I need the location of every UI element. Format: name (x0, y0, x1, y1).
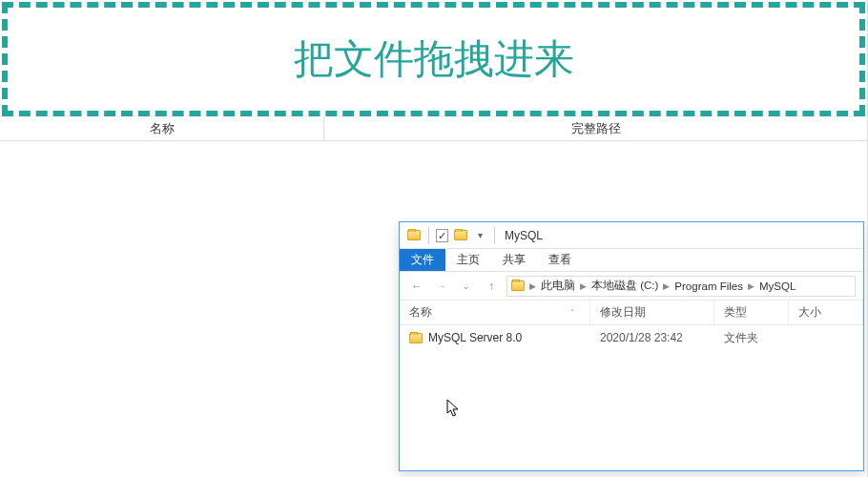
tab-share[interactable]: 共享 (491, 249, 537, 271)
chevron-right-icon[interactable]: ▶ (748, 281, 754, 291)
folder-icon (405, 227, 423, 244)
file-name: MySQL Server 8.0 (428, 331, 522, 344)
drop-zone-label: 把文件拖拽进来 (294, 32, 574, 86)
up-button[interactable]: ↑ (482, 277, 501, 296)
qat-dropdown-icon[interactable] (471, 227, 488, 244)
column-header-date[interactable]: 修改日期 (590, 301, 714, 324)
window-title: MySQL (505, 229, 543, 242)
tab-home[interactable]: 主页 (445, 249, 491, 271)
breadcrumb-item[interactable]: MySQL (759, 280, 796, 292)
breadcrumb-item[interactable]: Program Files (674, 280, 743, 292)
tab-view[interactable]: 查看 (537, 249, 583, 271)
divider (428, 227, 429, 244)
breadcrumb-root-icon[interactable] (511, 280, 525, 291)
chevron-right-icon[interactable]: ▶ (663, 281, 670, 291)
folder-icon (409, 333, 423, 343)
column-header-name[interactable]: 名称 (0, 116, 324, 141)
folder-qat-icon[interactable] (452, 227, 469, 244)
breadcrumb-item[interactable]: 本地磁盘 (C:) (591, 279, 658, 293)
file-type: 文件夹 (714, 330, 789, 346)
breadcrumb[interactable]: ▶ 此电脑 ▶ 本地磁盘 (C:) ▶ Program Files ▶ MySQ… (506, 276, 856, 297)
forward-button[interactable]: → (432, 277, 451, 296)
column-header-path[interactable]: 完整路径 (324, 116, 867, 141)
file-row[interactable]: MySQL Server 8.0 2020/1/28 23:42 文件夹 (400, 327, 863, 348)
column-label: 名称 (409, 304, 432, 321)
properties-icon[interactable] (433, 227, 450, 244)
drop-zone[interactable]: 把文件拖拽进来 (2, 2, 865, 116)
column-header-name[interactable]: 名称 ˄ (400, 301, 590, 324)
file-date: 2020/1/28 23:42 (590, 331, 714, 344)
titlebar[interactable]: MySQL (400, 222, 863, 249)
sort-indicator-icon: ˄ (570, 308, 580, 317)
ribbon-tabs: 文件 主页 共享 查看 (400, 249, 863, 272)
chevron-right-icon[interactable]: ▶ (529, 281, 536, 291)
recent-dropdown-icon[interactable]: ⌄ (457, 277, 476, 296)
column-header-type[interactable]: 类型 (714, 301, 789, 324)
explorer-window[interactable]: MySQL 文件 主页 共享 查看 ← → ⌄ ↑ ▶ 此电脑 ▶ 本地磁盘 (… (399, 221, 864, 471)
back-button[interactable]: ← (407, 277, 426, 296)
nav-bar: ← → ⌄ ↑ ▶ 此电脑 ▶ 本地磁盘 (C:) ▶ Program File… (400, 272, 863, 301)
breadcrumb-item[interactable]: 此电脑 (541, 279, 575, 293)
file-list: MySQL Server 8.0 2020/1/28 23:42 文件夹 (400, 325, 863, 350)
column-header-size[interactable]: 大小 (789, 301, 863, 324)
explorer-columns: 名称 ˄ 修改日期 类型 大小 (400, 301, 863, 325)
tab-file[interactable]: 文件 (400, 249, 445, 271)
table-header: 名称 完整路径 (0, 116, 867, 141)
divider (494, 227, 495, 244)
chevron-right-icon[interactable]: ▶ (580, 281, 587, 291)
